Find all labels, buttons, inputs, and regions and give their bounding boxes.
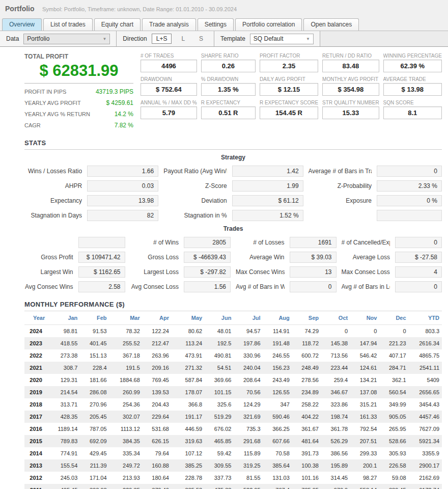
value-cell: 587.84 xyxy=(172,374,205,386)
template-label: Template xyxy=(220,35,245,42)
value-cell: 260.99 xyxy=(109,386,143,398)
metric-label: ANNUAL % / MAX DD % xyxy=(141,100,197,105)
tab-portfolio-correlation[interactable]: Portfolio correlation xyxy=(235,18,302,31)
value-cell: 905.05 xyxy=(379,411,408,423)
value-cell: 366.25 xyxy=(263,423,292,435)
value-cell: 429.45 xyxy=(80,447,109,459)
value-cell: 325.6 xyxy=(205,398,234,411)
profit-row-label: PROFIT IN PIPS xyxy=(24,86,66,97)
value-cell: 330.96 xyxy=(234,349,263,362)
stat-label: # of Wins xyxy=(130,239,179,246)
stat-value: 0 % xyxy=(377,195,442,206)
table-header-cell: Year xyxy=(24,311,47,325)
value-cell: 361.78 xyxy=(321,423,350,435)
value-cell: 145.38 xyxy=(321,337,350,349)
stat-label: Expectancy xyxy=(24,197,82,204)
direction-button-long-short[interactable]: L+S xyxy=(152,34,172,44)
table-row: 2022 273.38151.13367.18263.96473.91490.8… xyxy=(24,349,442,362)
value-cell: 122.24 xyxy=(143,325,172,338)
value-cell: 475.38 xyxy=(205,484,234,489)
profit-row-value: $ 4259.61 xyxy=(106,97,133,108)
value-cell: 134.21 xyxy=(350,374,379,386)
metric-label: R EXPECTANCY SCORE xyxy=(260,100,318,105)
value-cell: 100.38 xyxy=(292,459,321,472)
stat-value: 0 xyxy=(290,281,337,292)
metric-value: 8.1 xyxy=(383,106,442,119)
year-cell: 2017 xyxy=(24,411,47,423)
table-header-cell: Apr xyxy=(143,311,172,325)
value-cell: 313.71 xyxy=(47,398,80,411)
value-cell: 228.78 xyxy=(172,472,205,484)
metric: ANNUAL % / MAX DD % 5.79 xyxy=(141,100,197,119)
tab-list-of-trades[interactable]: List of trades xyxy=(43,18,93,31)
stat-value: $ 39.03 xyxy=(290,252,337,263)
value-cell: 369.66 xyxy=(205,374,234,386)
value-cell: 1189.14 xyxy=(47,423,80,435)
tab-trade-analysis[interactable]: Trade analysis xyxy=(142,18,196,31)
direction-button-long[interactable]: L xyxy=(177,34,189,44)
value-cell: 213.93 xyxy=(109,472,143,484)
table-header-row: YearJanFebMarAprMayJunJulAugSepOctNovDec… xyxy=(24,311,442,325)
value-cell: 248.49 xyxy=(292,362,321,374)
value-cell: 787.05 xyxy=(80,423,109,435)
stat-label: Z-Score xyxy=(163,182,227,189)
profit-row-value: 14.2 % xyxy=(115,108,133,120)
value-cell: 465.85 xyxy=(205,435,234,447)
stat-label: Max Consec Wins xyxy=(236,268,285,276)
value-cell: 246.55 xyxy=(263,349,292,362)
value-cell: 785.95 xyxy=(292,484,321,489)
profit-row: PROFIT IN PIPS 43719.3 PIPS xyxy=(24,86,133,97)
tab-open-balances[interactable]: Open balances xyxy=(303,18,359,31)
value-cell: 208.64 xyxy=(234,374,263,386)
template-select[interactable]: SQ Default ▼ xyxy=(250,34,314,44)
value-cell: 4457.46 xyxy=(409,411,442,423)
value-cell: 0 xyxy=(321,325,350,338)
tab-equity-chart[interactable]: Equity chart xyxy=(94,18,141,31)
value-cell: 59.42 xyxy=(205,447,234,459)
value-cell: 278.56 xyxy=(292,374,321,386)
value-cell: 519.29 xyxy=(205,411,234,423)
value-cell: 114.91 xyxy=(263,325,292,338)
value-cell: 2541.11 xyxy=(409,362,442,374)
data-select[interactable]: Portfolio ▼ xyxy=(23,34,110,44)
value-cell: 481.64 xyxy=(292,435,321,447)
stat-label: Average Win xyxy=(236,254,285,261)
year-cell: 2015 xyxy=(24,435,47,447)
table-row: 2012 245.03171.04213.93180.64228.78337.7… xyxy=(24,472,442,484)
profit-row-label: YEARLY AVG % RETURN xyxy=(24,108,90,120)
stat-value: 1.66 xyxy=(87,166,158,177)
total-profit-panel: TOTAL PROFIT $ 62831.99 PROFIT IN PIPS 4… xyxy=(24,53,141,131)
tab-overview[interactable]: Overview xyxy=(2,18,42,31)
value-cell: 212.47 xyxy=(143,337,172,349)
value-cell: 211.39 xyxy=(80,459,109,472)
value-cell: 319.25 xyxy=(234,459,263,472)
year-cell: 2022 xyxy=(24,349,47,362)
value-cell: 180.64 xyxy=(143,472,172,484)
metric-value: 0.51 R xyxy=(201,106,256,119)
top-header-bar: Portfolio Symbol: Portfolio, Timeframe: … xyxy=(0,0,448,16)
main-content: TOTAL PROFIT $ 62831.99 PROFIT IN PIPS 4… xyxy=(0,47,448,489)
stat-label: Avg # of Bars in Wins xyxy=(236,283,285,290)
value-cell: 291.68 xyxy=(234,435,263,447)
value-cell: 335.34 xyxy=(109,447,143,459)
table-row: 2011 405.45303.68229.35379.46385.53475.3… xyxy=(24,484,442,489)
value-cell: 270.96 xyxy=(80,398,109,411)
stat-label: Largest Loss xyxy=(130,268,179,276)
table-row: 2023 418.55401.45255.52212.47113.24192.5… xyxy=(24,337,442,349)
direction-button-short[interactable]: S xyxy=(194,34,208,44)
value-cell: 522.05 xyxy=(234,484,263,489)
divider xyxy=(24,83,133,84)
stat-value: 0 xyxy=(377,166,442,177)
value-cell: 303.68 xyxy=(80,484,109,489)
value-cell: 200.1 xyxy=(350,459,379,472)
value-cell: 2900.17 xyxy=(409,459,442,472)
stat-value: $ -27.58 xyxy=(395,252,442,263)
table-row: 2024 98.8191.5378.32122.2480.6248.0194.5… xyxy=(24,325,442,338)
value-cell: 229.35 xyxy=(109,484,143,489)
stat-value: 4 xyxy=(395,266,442,278)
stat-value xyxy=(377,210,442,221)
value-cell: 160.88 xyxy=(143,459,172,472)
tab-settings[interactable]: Settings xyxy=(198,18,234,31)
table-row: 2019 214.54286.08260.99139.53178.07101.1… xyxy=(24,386,442,398)
divider xyxy=(24,149,442,150)
